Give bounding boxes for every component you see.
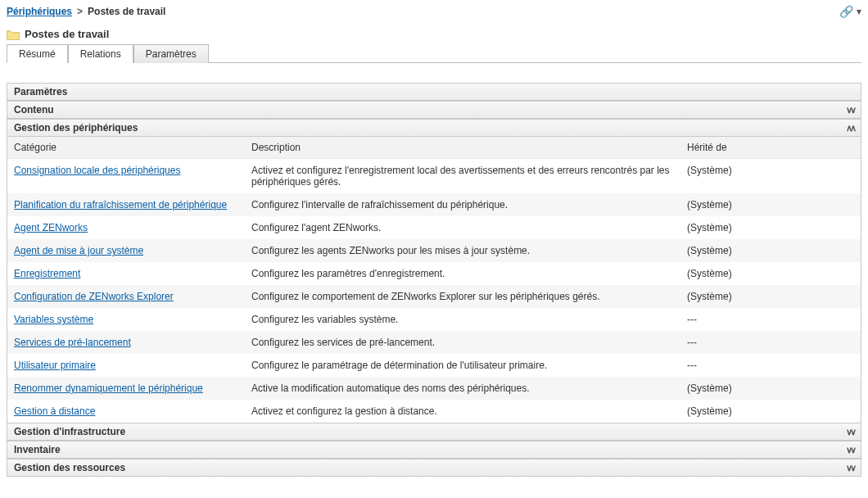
category-link[interactable]: Enregistrement (14, 268, 80, 279)
description-cell: Activez et configurez l'enregistrement l… (245, 159, 680, 194)
breadcrumb-root-link[interactable]: Périphériques (7, 6, 72, 17)
section-resource-mgmt-label: Gestion des ressources (14, 462, 125, 473)
table-row: Agent de mise à jour systèmeConfigurez l… (7, 239, 861, 262)
breadcrumb-current: Postes de travail (88, 6, 165, 17)
description-cell: Activez et configurez la gestion à dista… (245, 400, 680, 423)
tab-relations[interactable]: Relations (68, 44, 133, 63)
section-infra-mgmt[interactable]: Gestion d'infrastructure ∨∨ (7, 423, 861, 441)
description-cell: Configurez le comportement de ZENworks E… (245, 285, 680, 308)
page-title: Postes de travail (25, 28, 109, 40)
expand-icon: ∨∨ (846, 105, 854, 115)
inherited-cell: --- (680, 308, 861, 331)
dropdown-caret-icon[interactable]: ▾ (857, 6, 861, 17)
inherited-cell: (Système) (680, 377, 861, 400)
folder-icon (7, 28, 20, 39)
settings-panel: Paramètres Contenu ∨∨ Gestion des périph… (7, 83, 861, 477)
section-infra-mgmt-label: Gestion d'infrastructure (14, 426, 125, 437)
inherited-cell: (Système) (680, 159, 861, 194)
settings-panel-header: Paramètres (7, 84, 861, 101)
expand-icon: ∨∨ (846, 463, 854, 473)
description-cell: Configurez l'agent ZENworks. (245, 216, 680, 239)
category-link[interactable]: Planification du rafraîchissement de pér… (14, 199, 227, 211)
top-actions: 🔗 ▾ (839, 5, 861, 18)
inherited-cell: (Système) (680, 262, 861, 285)
inherited-cell: (Système) (680, 400, 861, 423)
settings-panel-title: Paramètres (14, 86, 67, 97)
breadcrumb-separator: > (77, 6, 83, 17)
section-device-mgmt-label: Gestion des périphériques (14, 122, 138, 134)
table-row: Planification du rafraîchissement de pér… (7, 193, 861, 216)
expand-icon: ∨∨ (846, 445, 854, 455)
section-content[interactable]: Contenu ∨∨ (7, 101, 861, 119)
category-link[interactable]: Utilisateur primaire (14, 360, 96, 371)
section-resource-mgmt[interactable]: Gestion des ressources ∨∨ (7, 459, 861, 476)
description-cell: Configurez les services de pré-lancement… (245, 331, 680, 354)
inherited-cell: (Système) (680, 239, 861, 262)
category-link[interactable]: Agent de mise à jour système (14, 245, 143, 256)
settings-table: Catégorie Description Hérité de Consigna… (7, 137, 861, 423)
link-icon[interactable]: 🔗 (839, 5, 853, 18)
category-link[interactable]: Renommer dynamiquement le périphérique (14, 383, 203, 394)
expand-icon: ∨∨ (846, 427, 854, 437)
tab-settings[interactable]: Paramètres (133, 44, 209, 63)
inherited-cell: (Système) (680, 285, 861, 308)
table-row: EnregistrementConfigurez les paramètres … (7, 262, 861, 285)
section-inventory[interactable]: Inventaire ∨∨ (7, 441, 861, 459)
description-cell: Configurez l'intervalle de rafraîchissem… (245, 193, 680, 216)
breadcrumb: Périphériques > Postes de travail (7, 6, 165, 17)
category-link[interactable]: Variables système (14, 314, 93, 325)
category-link[interactable]: Gestion à distance (14, 405, 95, 417)
description-cell: Configurez le paramétrage de déterminati… (245, 354, 680, 377)
table-row: Variables systèmeConfigurez les variable… (7, 308, 861, 331)
description-cell: Active la modification automatique des n… (245, 377, 680, 400)
category-link[interactable]: Agent ZENworks (14, 222, 88, 233)
table-row: Consignation locale des périphériquesAct… (7, 159, 861, 194)
inherited-cell: (Système) (680, 216, 861, 239)
col-header-inherited: Hérité de (680, 137, 861, 159)
table-row: Utilisateur primaireConfigurez le paramé… (7, 354, 861, 377)
tab-summary[interactable]: Résumé (7, 44, 68, 63)
section-content-label: Contenu (14, 104, 54, 115)
col-header-category: Catégorie (7, 137, 245, 159)
category-link[interactable]: Consignation locale des périphériques (14, 165, 180, 176)
section-inventory-label: Inventaire (14, 444, 61, 455)
collapse-icon: ∧∧ (846, 123, 854, 134)
description-cell: Configurez les variables système. (245, 308, 680, 331)
description-cell: Configurez les agents ZENworks pour les … (245, 239, 680, 262)
category-link[interactable]: Services de pré-lancement (14, 337, 131, 348)
inherited-cell: --- (680, 331, 861, 354)
table-row: Gestion à distanceActivez et configurez … (7, 400, 861, 423)
tabs: Résumé Relations Paramètres (7, 43, 861, 63)
table-row: Agent ZENworksConfigurez l'agent ZENwork… (7, 216, 861, 239)
description-cell: Configurez les paramètres d'enregistreme… (245, 262, 680, 285)
table-row: Services de pré-lancementConfigurez les … (7, 331, 861, 354)
section-device-mgmt[interactable]: Gestion des périphériques ∧∧ (7, 119, 861, 137)
inherited-cell: --- (680, 354, 861, 377)
category-link[interactable]: Configuration de ZENworks Explorer (14, 291, 174, 302)
table-row: Configuration de ZENworks ExplorerConfig… (7, 285, 861, 308)
col-header-description: Description (245, 137, 680, 159)
table-row: Renommer dynamiquement le périphériqueAc… (7, 377, 861, 400)
inherited-cell: (Système) (680, 193, 861, 216)
